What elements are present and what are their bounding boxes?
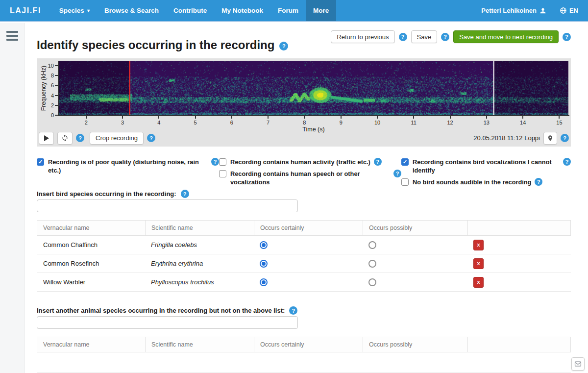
checkbox-recording-contains-human-speech-or-other-vocalizations[interactable]: Recording contains human speech or other… [219,170,401,186]
column-header-scientific-name: Scientific name [145,221,254,235]
language-selector[interactable]: EN [560,7,578,14]
flags-column-1: ✓Recording is of poor quality (disturbin… [37,158,219,190]
x-tick-label: 12 [447,120,453,125]
help-icon[interactable]: ? [76,134,84,142]
recording-flags: ✓Recording is of poor quality (disturbin… [37,158,571,190]
help-icon[interactable]: ? [279,42,288,50]
occurs-possibly-cell [362,259,467,268]
help-icon[interactable]: ? [535,178,542,186]
occurs-possibly-cell [362,241,467,249]
empty-table-body [37,352,571,373]
tick-mark [122,116,123,119]
bird-species-search-input[interactable] [37,199,298,212]
help-icon[interactable]: ? [289,306,297,315]
nav-item-more[interactable]: More [306,0,336,21]
help-icon[interactable]: ? [181,190,189,198]
nav-item-label: Contribute [173,7,207,14]
tick-mark [559,116,560,119]
checkbox-recording-contains-human-activity-traffic-etc[interactable]: Recording contains human activity (traff… [219,158,401,166]
feedback-button[interactable] [571,357,585,371]
checkbox-box[interactable] [219,170,226,177]
checkbox-label: No bird sounds audible in the recording [413,178,531,186]
table-header-row: Vernacular nameScientific nameOccurs cer… [37,337,571,352]
checkbox-recording-contains-bird-vocalizations-i-cannot-identify[interactable]: ✓Recording contains bird vocalizations I… [401,158,571,174]
column-header-occurs-certainly: Occurs certainly [254,337,363,352]
envelope-icon [574,360,582,368]
table-body [37,352,571,373]
hamburger-menu-icon[interactable] [6,31,18,41]
main-content: Return to previous ? Save ? Save and mov… [24,23,588,373]
user-menu[interactable]: Petteri Lehikoinen [481,7,547,15]
flags-column-3: ✓Recording contains bird vocalizations I… [401,158,571,190]
nav-item-species[interactable]: Species▾ [52,0,97,21]
nav-item-label: Forum [278,7,298,14]
tick-mark [195,116,196,119]
other-species-search-input[interactable] [37,316,298,329]
nav-item-browse-search[interactable]: Browse & Search [97,0,166,21]
actions-cell: x [467,258,571,269]
nav-item-my-notebook[interactable]: My Notebook [214,0,270,21]
x-tick-label: 9 [340,120,343,125]
checkbox-box[interactable] [219,158,226,166]
tick-mark [55,65,58,66]
replay-button[interactable] [57,132,73,145]
checkbox-box[interactable]: ✓ [37,158,44,166]
tick-mark [55,85,58,86]
nav-item-label: Species [59,7,84,14]
tick-mark [304,116,305,119]
tick-mark [522,116,523,119]
help-icon[interactable]: ? [441,33,449,41]
occurs-certainly-radio[interactable] [260,278,268,286]
help-icon[interactable]: ? [147,134,155,142]
play-button[interactable] [39,132,54,145]
occurs-certainly-cell [253,259,362,268]
globe-icon [560,7,567,14]
help-icon[interactable]: ? [374,158,382,166]
scientific-name-cell: Fringilla coelebs [145,241,253,249]
top-navbar: LAJI.FI Species▾Browse & SearchContribut… [0,0,588,22]
delete-row-button[interactable]: x [473,277,484,288]
save-button[interactable]: Save [411,30,438,43]
tick-mark [486,116,487,119]
occurs-possibly-radio[interactable] [368,241,376,249]
return-to-previous-button[interactable]: Return to previous [331,30,394,43]
x-tick-label: 5 [194,120,197,125]
scientific-name-cell: Erythrina erythrina [145,260,253,267]
y-axis-ticks: 0246810 [37,61,59,115]
actions-cell: x [467,277,571,288]
occurs-certainly-radio[interactable] [260,241,268,249]
location-button[interactable] [543,132,557,145]
logo[interactable]: LAJI.FI [0,0,52,21]
checkbox-box[interactable] [401,178,409,186]
delete-row-button[interactable]: x [473,258,484,269]
help-icon[interactable]: ? [563,158,571,166]
other-species-table: Vernacular nameScientific nameOccurs cer… [37,337,571,373]
nav-item-contribute[interactable]: Contribute [166,0,214,21]
help-icon[interactable]: ? [393,170,401,177]
column-header-occurs-certainly: Occurs certainly [254,221,363,235]
spectrogram-plot[interactable] [59,61,568,115]
save-and-next-button[interactable]: Save and move to next recording [453,30,559,43]
help-icon[interactable]: ? [399,33,407,41]
help-icon[interactable]: ? [563,33,571,41]
crop-recording-button[interactable]: Crop recording [90,132,144,145]
person-icon [539,7,547,15]
tick-mark [158,116,159,119]
actions-cell: x [467,240,571,250]
page-title: Identify species occurring in the record… [37,38,288,52]
delete-row-button[interactable]: x [473,240,484,250]
table-row: Willow WarblerPhylloscopus trochilusx [37,273,571,292]
help-icon[interactable]: ? [561,134,569,142]
occurs-possibly-radio[interactable] [368,260,376,268]
help-icon[interactable]: ? [211,158,219,166]
scientific-name-cell: Phylloscopus trochilus [145,278,253,286]
tick-mark [341,116,342,119]
checkbox-box[interactable]: ✓ [401,158,409,166]
nav-item-forum[interactable]: Forum [270,0,306,21]
occurs-possibly-radio[interactable] [368,278,376,286]
occurs-certainly-radio[interactable] [260,260,268,268]
nav-item-label: Browse & Search [104,7,159,14]
checkbox-recording-is-of-poor-quality-disturbing-noise-rain-etc[interactable]: ✓Recording is of poor quality (disturbin… [37,158,219,174]
checkbox-no-bird-sounds-audible-in-the-recording[interactable]: No bird sounds audible in the recording? [401,178,571,186]
x-tick-label: 4 [157,120,160,125]
